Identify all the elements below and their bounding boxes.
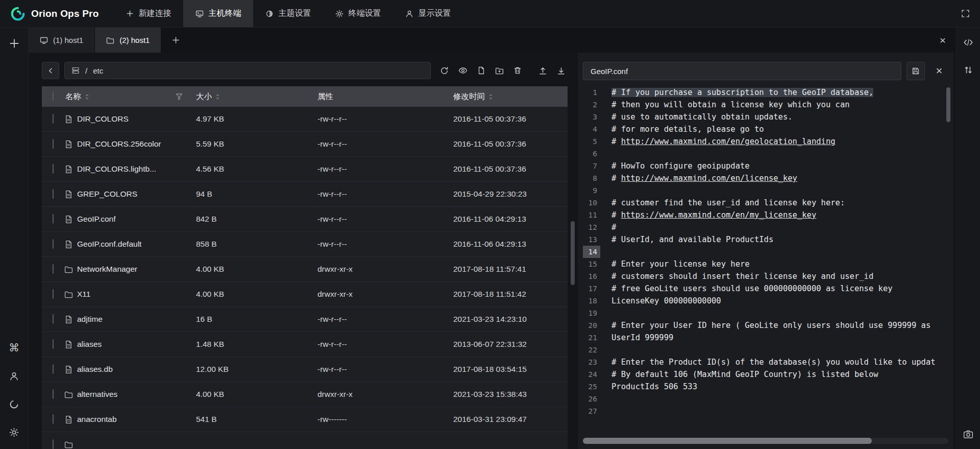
row-checkbox[interactable] [53,289,54,299]
download-icon[interactable] [557,66,566,75]
command-icon[interactable]: ⌘ [7,340,22,356]
code-line[interactable]: 18LicenseKey 000000000000 [583,295,948,307]
code-line[interactable]: 26 [583,393,948,405]
fullscreen-icon[interactable] [951,0,980,27]
row-checkbox[interactable] [53,114,54,124]
close-editor-icon[interactable]: × [930,62,948,80]
breadcrumb[interactable]: / etc [64,62,431,79]
code-line[interactable]: 23# Enter the Product ID(s) of the datab… [583,356,948,368]
code-line[interactable]: 6 [583,148,948,160]
preview-eye-icon[interactable] [458,66,468,75]
table-row[interactable]: NetworkManager 4.00 KB drwxr-xr-x 2017-0… [42,257,568,282]
user-icon[interactable] [7,368,22,384]
code-line[interactable]: 25ProductIds 506 533 [583,381,948,393]
editor-horizontal-scrollbar-thumb[interactable] [583,438,872,444]
code-line[interactable]: 15# Enter your license key here [583,258,948,270]
code-line[interactable]: 24# By default 106 (MaxMind GeoIP Countr… [583,368,948,381]
table-row[interactable]: adjtime 16 B -rw-r--r-- 2021-03-23 14:23… [42,307,568,332]
code-line[interactable]: 11# https://www.maxmind.com/en/my_licens… [583,209,948,221]
sort-icon[interactable] [488,93,493,100]
table-row[interactable]: GeoIP.conf.default 858 B -rw-r--r-- 2016… [42,232,568,257]
editor-vertical-scrollbar-thumb[interactable] [946,87,950,122]
row-checkbox[interactable] [53,239,54,249]
new-folder-icon[interactable] [495,66,504,75]
camera-icon[interactable] [961,427,976,442]
code-line[interactable]: 20# Enter your User ID here ( GeoLite on… [583,319,948,332]
add-tab-icon[interactable] [163,28,188,53]
menu-item-terminal-settings[interactable]: 终端设置 [323,0,393,27]
filter-icon[interactable] [176,93,183,100]
row-checkbox[interactable] [53,164,54,174]
link-text[interactable]: http://www.maxmind.com/en/geolocation_la… [621,137,836,146]
link-text[interactable]: https://www.maxmind.com/en/my_license_ke… [621,210,817,220]
close-panel-icon[interactable]: × [929,34,956,46]
code-line[interactable]: 9 [583,184,948,197]
tab-host1-files[interactable]: (2) host1 [95,28,161,53]
code-line[interactable]: 21UserId 999999 [583,332,948,344]
breadcrumb-path[interactable]: etc [93,66,103,75]
code-line[interactable]: 10# customer find the user_id and licens… [583,197,948,209]
delete-trash-icon[interactable] [513,66,522,75]
table-row[interactable]: aliases 1.48 KB -rw-r--r-- 2013-06-07 22… [42,332,568,357]
code-line[interactable]: 8# http://www.maxmind.com/en/license_key [583,172,948,184]
row-checkbox[interactable] [53,414,54,424]
file-list-scrollbar-thumb[interactable] [571,221,575,285]
table-row[interactable]: DIR_COLORS.lightb... 4.56 KB -rw-r--r-- … [42,157,568,182]
code-line[interactable]: 19 [583,307,948,319]
upload-icon[interactable] [538,66,547,75]
table-row[interactable]: anacrontab 541 B -rw------- 2016-03-31 2… [42,407,568,432]
row-checkbox[interactable] [53,139,54,149]
select-all-checkbox[interactable] [53,91,54,101]
swap-vertical-icon[interactable] [961,62,976,78]
add-icon[interactable] [7,36,22,51]
table-row[interactable]: aliases.db 12.00 KB -rw-r--r-- 2017-08-1… [42,357,568,382]
code-line[interactable]: 27 [583,405,948,417]
menu-item-display-settings[interactable]: 显示设置 [393,0,463,27]
refresh-icon[interactable] [440,66,449,75]
row-checkbox[interactable] [53,314,54,324]
link-text[interactable]: http://www.maxmind.com/en/license_key [621,174,797,183]
row-checkbox[interactable] [53,439,54,449]
code-line[interactable]: 3# use to automatically obtain updates. [583,111,948,123]
table-row[interactable]: DIR_COLORS 4.97 KB -rw-r--r-- 2016-11-05… [42,107,568,132]
menu-item-new-connection[interactable]: 新建连接 [114,0,183,27]
new-file-icon[interactable] [477,66,485,75]
row-checkbox[interactable] [53,389,54,399]
code-line[interactable]: 16# customers should insert their licens… [583,270,948,282]
sort-icon[interactable] [85,93,89,100]
menu-item-host-terminal[interactable]: 主机终端 [183,0,253,27]
table-row[interactable]: alternatives 4.00 KB drwxr-xr-x 2021-03-… [42,382,568,407]
code-line[interactable]: 1# If you purchase a subscription to the… [583,86,948,99]
back-button[interactable] [42,62,59,79]
gear-icon[interactable] [7,424,22,440]
ring-icon[interactable] [7,396,22,412]
table-row[interactable]: GeoIP.conf 842 B -rw-r--r-- 2016-11-06 0… [42,207,568,232]
code-line[interactable]: 12# [583,221,948,233]
code-line[interactable]: 22 [583,344,948,356]
row-checkbox[interactable] [53,214,54,224]
code-line[interactable]: 17# free GeoLite users should use 000000… [583,282,948,295]
table-row[interactable]: DIR_COLORS.256color 5.59 KB -rw-r--r-- 2… [42,132,568,157]
table-row[interactable]: X11 4.00 KB drwxr-xr-x 2017-08-18 11:51:… [42,282,568,307]
column-header-mtime[interactable]: 修改时间 [453,91,485,102]
code-line[interactable]: 14 [583,246,948,258]
menu-item-theme-settings[interactable]: 主题设置 [253,0,323,27]
row-checkbox[interactable] [53,189,54,199]
row-checkbox[interactable] [53,339,54,349]
editor-horizontal-scrollbar[interactable] [583,438,948,444]
column-header-name[interactable]: 名称 [65,91,81,102]
code-line[interactable]: 7# HowTo configure geoipupdate [583,160,948,172]
table-row-partial[interactable] [42,432,568,449]
code-line[interactable]: 5# http://www.maxmind.com/en/geolocation… [583,135,948,148]
row-checkbox[interactable] [53,264,54,274]
code-editor[interactable]: 1# If you purchase a subscription to the… [583,86,948,417]
save-button[interactable] [906,62,925,80]
editor-filename[interactable]: GeoIP.conf [583,62,901,80]
tab-host1-terminal[interactable]: (1) host1 [29,28,95,53]
column-header-size[interactable]: 大小 [196,91,212,102]
code-icon[interactable] [961,35,976,50]
table-row[interactable]: GREP_COLORS 94 B -rw-r--r-- 2015-04-29 2… [42,182,568,207]
code-line[interactable]: 2# then you will obtain a license key wh… [583,99,948,111]
code-line[interactable]: 4# for more details, please go to [583,123,948,135]
code-line[interactable]: 13# UserId, and available ProductIds [583,233,948,246]
